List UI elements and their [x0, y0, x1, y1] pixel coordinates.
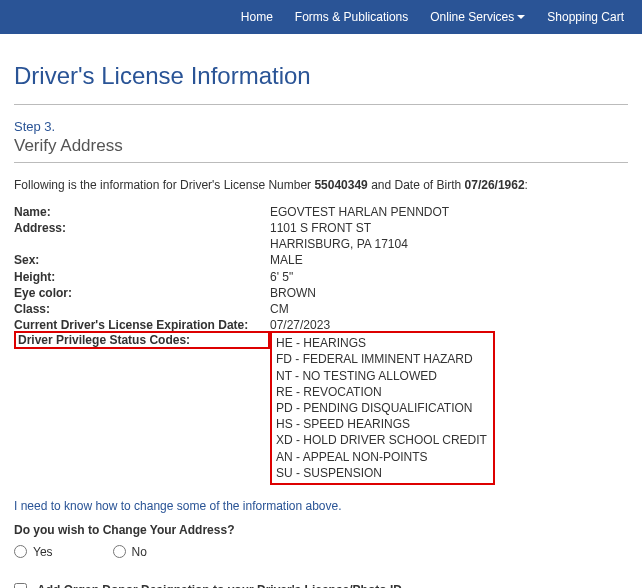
status-code: NT - NO TESTING ALLOWED	[276, 368, 487, 384]
sex-value: MALE	[270, 252, 628, 268]
dln-value: 55040349	[314, 178, 367, 192]
privilege-codes-label: Driver Privilege Status Codes:	[14, 331, 270, 349]
radio-yes[interactable]	[14, 545, 27, 558]
eye-label: Eye color:	[14, 285, 270, 301]
change-info-link[interactable]: I need to know how to change some of the…	[14, 499, 342, 513]
dob-value: 07/26/1962	[465, 178, 525, 192]
name-value: EGOVTEST HARLAN PENNDOT	[270, 204, 628, 220]
address-label: Address:	[14, 220, 270, 236]
nav-forms[interactable]: Forms & Publications	[295, 10, 408, 24]
intro-text: Following is the information for Driver'…	[14, 177, 628, 194]
page-title: Driver's License Information	[14, 62, 628, 90]
divider	[14, 162, 628, 163]
name-label: Name:	[14, 204, 270, 220]
change-address-options: Yes No	[14, 545, 628, 559]
status-code: AN - APPEAL NON-POINTS	[276, 449, 487, 465]
nav-home[interactable]: Home	[241, 10, 273, 24]
organ-donor-checkbox[interactable]	[14, 583, 27, 588]
nav-online-services[interactable]: Online Services	[430, 10, 525, 24]
radio-no-label[interactable]: No	[113, 545, 147, 559]
radio-no[interactable]	[113, 545, 126, 558]
organ-donor-label: Add Organ Donor Designation to your Driv…	[37, 583, 402, 588]
eye-value: BROWN	[270, 285, 628, 301]
status-code: FD - FEDERAL IMMINENT HAZARD	[276, 351, 487, 367]
privilege-codes-box: HE - HEARINGS FD - FEDERAL IMMINENT HAZA…	[270, 331, 495, 485]
nav-cart[interactable]: Shopping Cart	[547, 10, 624, 24]
subtitle: Verify Address	[14, 136, 628, 156]
top-navbar: Home Forms & Publications Online Service…	[0, 0, 642, 34]
chevron-down-icon	[517, 15, 525, 19]
sex-label: Sex:	[14, 252, 270, 268]
row-name: Name: EGOVTEST HARLAN PENNDOT	[14, 204, 628, 220]
class-label: Class:	[14, 301, 270, 317]
status-code: PD - PENDING DISQUALIFICATION	[276, 400, 487, 416]
row-sex: Sex: MALE	[14, 252, 628, 268]
status-code: SU - SUSPENSION	[276, 465, 487, 481]
organ-donor-row: Add Organ Donor Designation to your Driv…	[14, 583, 628, 588]
height-label: Height:	[14, 269, 270, 285]
change-address-question: Do you wish to Change Your Address?	[14, 523, 628, 537]
row-privilege-codes: Driver Privilege Status Codes: HE - HEAR…	[14, 331, 628, 485]
height-value: 6' 5"	[270, 269, 628, 285]
status-code: HE - HEARINGS	[276, 335, 487, 351]
status-code: HS - SPEED HEARINGS	[276, 416, 487, 432]
status-code: RE - REVOCATION	[276, 384, 487, 400]
status-code: XD - HOLD DRIVER SCHOOL CREDIT	[276, 432, 487, 448]
radio-yes-label[interactable]: Yes	[14, 545, 53, 559]
step-label: Step 3.	[14, 119, 628, 134]
row-class: Class: CM	[14, 301, 628, 317]
nav-online-services-label: Online Services	[430, 10, 514, 24]
class-value: CM	[270, 301, 628, 317]
row-eye: Eye color: BROWN	[14, 285, 628, 301]
row-height: Height: 6' 5"	[14, 269, 628, 285]
address-line1: 1101 S FRONT ST	[270, 220, 628, 236]
divider	[14, 104, 628, 105]
row-address-2: HARRISBURG, PA 17104	[14, 236, 628, 252]
row-address: Address: 1101 S FRONT ST	[14, 220, 628, 236]
address-line2: HARRISBURG, PA 17104	[270, 236, 628, 252]
